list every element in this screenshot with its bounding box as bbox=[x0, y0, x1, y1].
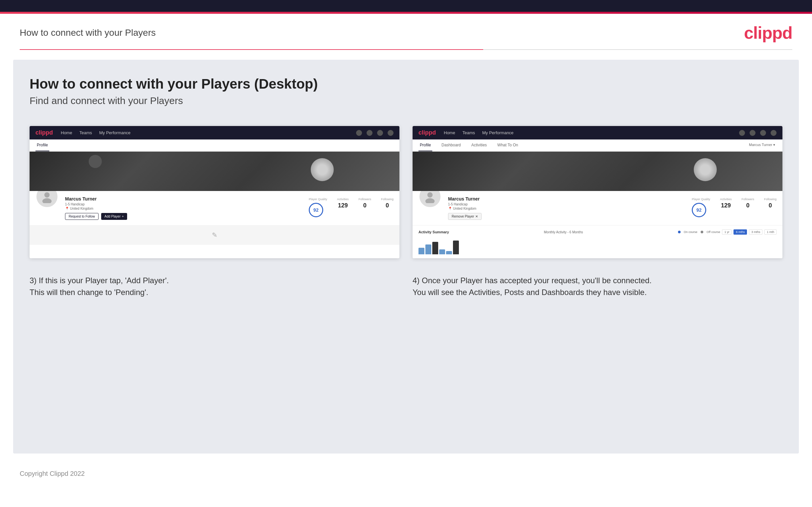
left-profile-info: Marcus Turner 1-5 Handicap 📍 United King… bbox=[65, 195, 302, 220]
page-subheading: Find and connect with your Players bbox=[30, 95, 782, 106]
user-icon[interactable] bbox=[367, 130, 372, 136]
left-tabs: Profile bbox=[30, 139, 399, 152]
right-followers-label: Followers bbox=[742, 198, 754, 201]
remove-player-button[interactable]: Remove Player ✕ bbox=[448, 213, 481, 220]
banner-ball bbox=[311, 158, 334, 181]
request-follow-button[interactable]: Request to Follow bbox=[65, 213, 99, 220]
right-followers-stat: Followers 0 bbox=[742, 198, 754, 209]
chart-bar-1 bbox=[418, 248, 424, 254]
close-icon: ✕ bbox=[475, 215, 478, 218]
left-location: 📍 United Kingdom bbox=[65, 207, 302, 210]
left-followers-value: 0 bbox=[358, 202, 371, 209]
left-nav: clippd Home Teams My Performance bbox=[30, 126, 399, 139]
off-course-label: Off course bbox=[707, 230, 720, 234]
chart-bar-5 bbox=[446, 251, 452, 254]
right-settings-icon[interactable] bbox=[760, 130, 766, 136]
activity-legend: On course Off course bbox=[678, 230, 720, 234]
time-btn-1mth[interactable]: 1 mth bbox=[764, 229, 776, 235]
right-nav-performance[interactable]: My Performance bbox=[482, 130, 513, 135]
right-nav-logo: clippd bbox=[418, 129, 436, 136]
right-nav-teams[interactable]: Teams bbox=[462, 130, 475, 135]
left-following-stat: Following 0 bbox=[381, 198, 394, 209]
tab-dropdown[interactable]: Marcus Turner ▾ bbox=[748, 139, 776, 151]
time-btn-1yr[interactable]: 1 yr bbox=[722, 229, 731, 235]
left-quality-label: Player Quality bbox=[309, 198, 327, 201]
right-profile-icon[interactable] bbox=[771, 130, 776, 136]
tab-dashboard[interactable]: Dashboard bbox=[440, 139, 462, 151]
right-user-icon[interactable] bbox=[750, 130, 756, 136]
tab-activities[interactable]: Activities bbox=[470, 139, 488, 151]
activity-summary: Activity Summary Monthly Activity - 6 Mo… bbox=[413, 225, 782, 258]
right-following-stat: Following 0 bbox=[764, 198, 776, 209]
add-player-button[interactable]: Add Player + bbox=[101, 213, 127, 220]
left-nav-home[interactable]: Home bbox=[61, 130, 72, 135]
header-title: How to connect with your Players bbox=[20, 27, 156, 38]
left-followers-label: Followers bbox=[358, 198, 371, 201]
chart-bar-2 bbox=[425, 244, 431, 254]
left-quality-group: Player Quality 92 bbox=[309, 198, 327, 217]
right-search-icon[interactable] bbox=[739, 130, 745, 136]
right-activities-value: 129 bbox=[720, 202, 732, 209]
left-scroll-area: ✎ bbox=[30, 225, 399, 245]
instruction-3: 3) If this is your Player tap, 'Add Play… bbox=[30, 275, 399, 298]
right-stats: Player Quality 92 Activities 129 Followe… bbox=[692, 195, 776, 217]
left-banner bbox=[30, 152, 399, 191]
right-quality-group: Player Quality 92 bbox=[692, 198, 710, 217]
settings-icon[interactable] bbox=[377, 130, 383, 136]
right-tabs: Profile Dashboard Activities What To On … bbox=[413, 139, 782, 152]
activity-title: Activity Summary bbox=[418, 230, 449, 234]
profile-icon[interactable] bbox=[388, 130, 394, 136]
svg-point-0 bbox=[44, 192, 50, 198]
right-followers-value: 0 bbox=[742, 202, 754, 209]
footer-text: Copyright Clippd 2022 bbox=[20, 470, 85, 477]
on-course-label: On course bbox=[684, 230, 698, 234]
time-btn-3mths[interactable]: 3 mths bbox=[749, 229, 762, 235]
avatar-icon bbox=[40, 190, 54, 203]
left-nav-logo: clippd bbox=[36, 129, 53, 136]
right-nav: clippd Home Teams My Performance bbox=[413, 126, 782, 139]
right-banner-ball bbox=[694, 158, 717, 181]
right-activities-label: Activities bbox=[720, 198, 732, 201]
time-btn-6mths[interactable]: 6 mths bbox=[733, 229, 747, 235]
right-quality-label: Player Quality bbox=[692, 198, 710, 201]
left-quality-circle: 92 bbox=[309, 203, 323, 217]
left-activities-value: 129 bbox=[337, 202, 349, 209]
top-bar bbox=[0, 0, 812, 12]
svg-point-1 bbox=[42, 198, 52, 203]
location-pin-icon: 📍 bbox=[65, 207, 69, 210]
right-handicap: 1-5 Handicap bbox=[448, 203, 685, 206]
off-course-dot bbox=[701, 231, 703, 233]
left-nav-teams[interactable]: Teams bbox=[80, 130, 92, 135]
right-profile-info: Marcus Turner 1-5 Handicap 📍 United King… bbox=[448, 195, 685, 220]
left-handicap: 1-5 Handicap bbox=[65, 203, 302, 206]
right-location-pin-icon: 📍 bbox=[448, 207, 452, 210]
instructions-row: 3) If this is your Player tap, 'Add Play… bbox=[30, 275, 782, 298]
left-profile-section: Marcus Turner 1-5 Handicap 📍 United King… bbox=[30, 191, 399, 225]
instruction-4: 4) Once your Player has accepted your re… bbox=[413, 275, 782, 298]
left-activities-label: Activities bbox=[337, 198, 349, 201]
right-nav-items: Home Teams My Performance bbox=[444, 130, 513, 135]
svg-point-3 bbox=[425, 198, 435, 203]
left-activities-stat: Activities 129 bbox=[337, 198, 349, 209]
right-nav-home[interactable]: Home bbox=[444, 130, 455, 135]
right-location: 📍 United Kingdom bbox=[448, 207, 685, 210]
screenshot-left: clippd Home Teams My Performance Profile bbox=[30, 126, 399, 258]
right-profile-section: Marcus Turner 1-5 Handicap 📍 United King… bbox=[413, 191, 782, 225]
chart-bar-6 bbox=[453, 240, 459, 254]
right-avatar-icon bbox=[423, 190, 437, 203]
page-heading: How to connect with your Players (Deskto… bbox=[30, 76, 782, 92]
banner-circle2 bbox=[89, 155, 102, 168]
tab-profile-right[interactable]: Profile bbox=[418, 139, 432, 151]
right-banner bbox=[413, 152, 782, 191]
activity-period: Monthly Activity - 6 Months bbox=[544, 230, 583, 234]
left-nav-performance[interactable]: My Performance bbox=[99, 130, 131, 135]
right-quality-circle: 92 bbox=[692, 203, 706, 217]
activity-chart bbox=[418, 238, 776, 254]
search-icon[interactable] bbox=[356, 130, 362, 136]
left-buttons: Request to Follow Add Player + bbox=[65, 213, 302, 220]
screenshot-right: clippd Home Teams My Performance Profile… bbox=[413, 126, 782, 258]
tab-profile-left[interactable]: Profile bbox=[36, 139, 49, 151]
tab-what-to-on[interactable]: What To On bbox=[496, 139, 519, 151]
chart-bar-3 bbox=[432, 242, 438, 254]
clippd-logo: clippd bbox=[744, 23, 792, 43]
